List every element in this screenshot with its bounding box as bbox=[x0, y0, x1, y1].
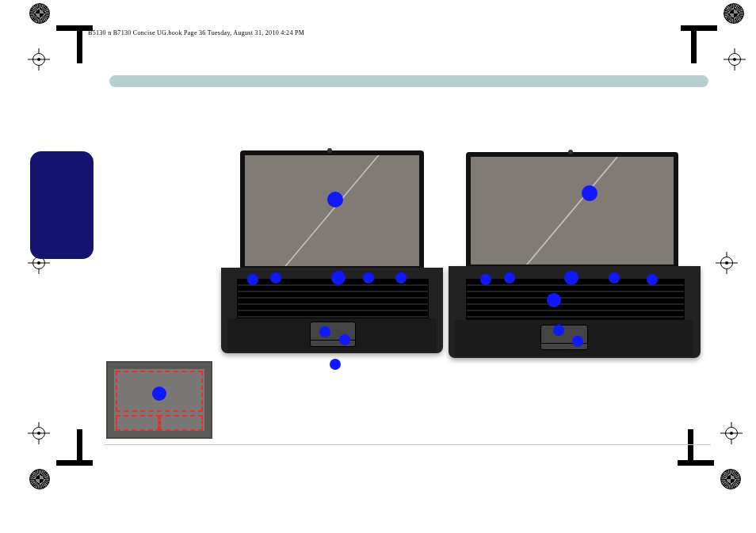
callout-dot bbox=[331, 271, 346, 285]
callout-dot bbox=[330, 359, 341, 370]
callout-dot bbox=[247, 274, 258, 285]
callout-dot bbox=[647, 274, 658, 285]
callout-dot bbox=[270, 272, 281, 284]
callout-dot bbox=[395, 272, 407, 284]
webcam-icon bbox=[327, 148, 332, 153]
callout-dot bbox=[327, 192, 343, 207]
crop-mark-bottom-right bbox=[678, 427, 742, 490]
side-thumb-tab bbox=[30, 151, 94, 259]
page: B5130 n B7130 Concise UG.book Page 36 Tu… bbox=[0, 0, 756, 533]
callout-dot bbox=[319, 326, 330, 337]
callout-dot bbox=[547, 293, 561, 307]
crop-mark-bottom-left bbox=[29, 427, 92, 490]
callout-dot bbox=[504, 272, 515, 284]
clickpad-inset bbox=[106, 361, 212, 439]
callout-dot bbox=[609, 272, 620, 284]
touchpad-right-button-area bbox=[158, 415, 203, 431]
callout-dot bbox=[480, 274, 491, 285]
laptop-a bbox=[224, 150, 446, 363]
callout-dot bbox=[582, 185, 598, 201]
callout-dot bbox=[152, 386, 166, 401]
touchpad-left-button-area bbox=[116, 415, 161, 431]
header-line: B5130 n B7130 Concise UG.book Page 36 Tu… bbox=[88, 29, 304, 36]
callout-dot bbox=[339, 334, 350, 345]
webcam-icon bbox=[568, 150, 573, 154]
callout-dot bbox=[553, 325, 564, 336]
laptop-b bbox=[452, 152, 699, 364]
callout-dot bbox=[572, 336, 583, 347]
figures-group bbox=[109, 150, 705, 372]
section-heading-bar bbox=[109, 75, 708, 87]
separator-line bbox=[104, 444, 711, 445]
crop-mark-top-left bbox=[30, 4, 94, 67]
callout-dot bbox=[564, 271, 578, 285]
crop-mark-top-right bbox=[680, 4, 743, 67]
callout-dot bbox=[363, 272, 374, 284]
